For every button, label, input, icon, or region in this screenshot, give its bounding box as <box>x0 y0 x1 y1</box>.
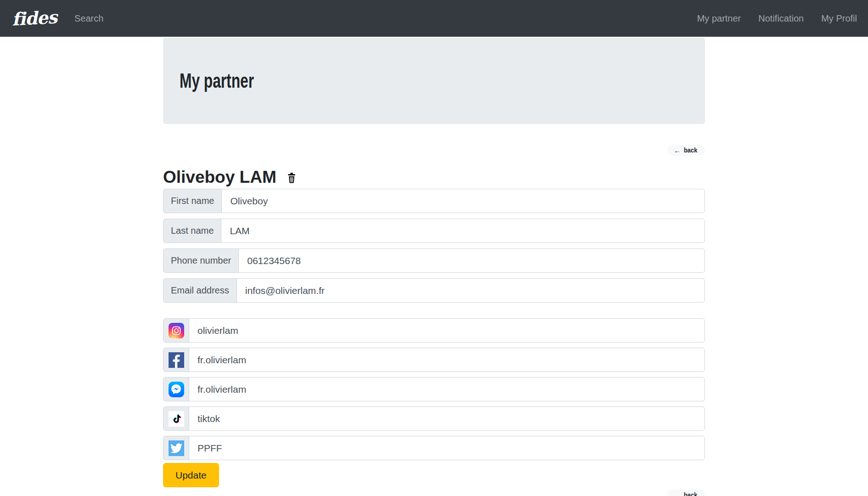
twitter-icon <box>169 440 184 456</box>
partner-title-row: Oliveboy LAM <box>163 168 705 186</box>
back-row-bottom: ← back <box>163 490 705 496</box>
back-arrow-icon: ← <box>674 492 681 496</box>
first-name-input[interactable] <box>221 189 705 213</box>
back-button-bottom[interactable]: ← back <box>667 490 705 496</box>
messenger-label-cell <box>163 377 189 401</box>
instagram-group <box>163 318 705 343</box>
phone-number-group: Phone number <box>163 248 705 273</box>
last-name-label: Last name <box>163 219 221 243</box>
first-name-label: First name <box>163 189 222 213</box>
facebook-icon <box>169 352 184 368</box>
messenger-icon <box>169 382 184 397</box>
twitter-label-cell <box>163 436 189 460</box>
back-button-label: back <box>684 147 697 154</box>
facebook-group <box>163 348 705 372</box>
content-container: ← back Oliveboy LAM First name Last name… <box>163 145 705 496</box>
instagram-label-cell <box>163 318 189 343</box>
messenger-group <box>163 377 705 401</box>
nav-right-links: My partner Notification My Profil <box>697 13 857 24</box>
back-arrow-icon: ← <box>674 147 681 154</box>
update-button[interactable]: Update <box>163 463 219 487</box>
page-title: My partner <box>180 69 254 92</box>
top-navbar: fides Search My partner Notification My … <box>0 0 868 37</box>
delete-partner-button[interactable] <box>287 172 297 184</box>
tiktok-group <box>163 406 705 431</box>
partner-name-title: Oliveboy LAM <box>163 169 276 186</box>
twitter-group <box>163 436 705 460</box>
nav-search-link[interactable]: Search <box>74 13 103 24</box>
back-row-top: ← back <box>163 145 705 156</box>
back-button-top[interactable]: ← back <box>667 145 705 156</box>
phone-number-input[interactable] <box>238 248 705 273</box>
instagram-input[interactable] <box>189 318 705 343</box>
back-button-label: back <box>684 491 697 496</box>
brand-logo[interactable]: fides <box>11 8 57 28</box>
tiktok-label-cell <box>163 406 189 431</box>
email-address-label: Email address <box>163 278 237 303</box>
phone-number-label: Phone number <box>163 248 239 273</box>
trash-icon <box>287 172 297 184</box>
messenger-input[interactable] <box>189 377 705 401</box>
nav-my-partner-link[interactable]: My partner <box>697 13 741 24</box>
last-name-group: Last name <box>163 219 705 243</box>
facebook-input[interactable] <box>189 348 705 372</box>
tiktok-input[interactable] <box>189 406 705 431</box>
jumbotron: My partner <box>163 38 705 124</box>
email-address-input[interactable] <box>237 278 705 303</box>
email-address-group: Email address <box>163 278 705 303</box>
instagram-icon <box>169 323 184 338</box>
facebook-label-cell <box>163 348 189 372</box>
nav-notification-link[interactable]: Notification <box>758 13 804 24</box>
nav-my-profil-link[interactable]: My Profil <box>821 13 857 24</box>
first-name-group: First name <box>163 189 705 213</box>
tiktok-icon <box>169 411 184 427</box>
twitter-input[interactable] <box>189 436 705 460</box>
last-name-input[interactable] <box>221 219 705 243</box>
